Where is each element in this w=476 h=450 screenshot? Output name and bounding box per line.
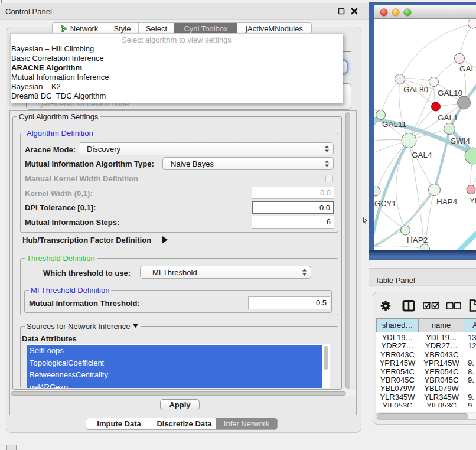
svg-text:HAP4: HAP4: [436, 197, 458, 206]
svg-text:GCY1: GCY1: [374, 199, 396, 208]
svg-text:GAL80: GAL80: [403, 85, 428, 94]
svg-text:GAL11: GAL11: [382, 120, 406, 129]
svg-text:GAL10: GAL10: [438, 89, 462, 97]
svg-text:HAP2: HAP2: [407, 236, 428, 244]
svg-text:GAL1: GAL1: [438, 113, 458, 122]
svg-text:YM: YM: [470, 196, 476, 205]
svg-text:GAL4: GAL4: [412, 151, 432, 159]
svg-text:SWI4: SWI4: [451, 136, 470, 145]
svg-text:GAL2: GAL2: [459, 64, 476, 73]
